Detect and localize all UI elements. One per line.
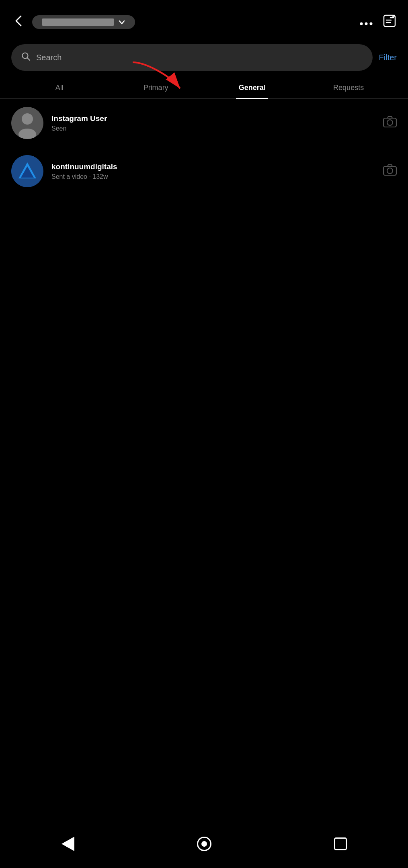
tab-primary[interactable]: Primary	[108, 77, 204, 98]
svg-point-1	[365, 22, 368, 25]
filter-button[interactable]: Filter	[379, 53, 397, 62]
conversation-info: Instagram User Seen	[51, 114, 375, 132]
header-right	[360, 14, 397, 31]
conversation-item[interactable]: Instagram User Seen	[0, 99, 408, 147]
nav-home-button[interactable]	[197, 837, 211, 851]
home-nav-icon	[197, 837, 211, 851]
svg-rect-3	[384, 15, 395, 27]
svg-point-14	[387, 120, 393, 125]
header-left	[11, 14, 135, 31]
svg-line-8	[27, 58, 30, 60]
tab-requests[interactable]: Requests	[300, 77, 397, 98]
back-button[interactable]	[11, 14, 26, 31]
conversation-preview: Sent a video · 132w	[51, 173, 375, 180]
bottom-navigation	[0, 824, 408, 868]
svg-point-19	[387, 168, 393, 174]
avatar	[11, 107, 43, 139]
username-selector[interactable]	[32, 15, 135, 29]
conversation-item[interactable]: kontinuumdigitals Sent a video · 132w	[0, 147, 408, 195]
svg-point-2	[370, 22, 373, 25]
username-blurred	[42, 18, 114, 26]
svg-point-0	[360, 22, 363, 25]
compose-button[interactable]	[382, 14, 397, 31]
header	[0, 0, 408, 40]
compose-icon	[382, 14, 397, 28]
avatar-image	[11, 155, 43, 187]
stop-nav-icon	[334, 837, 347, 850]
conversation-name: Instagram User	[51, 114, 375, 123]
camera-icon[interactable]	[383, 116, 397, 130]
search-placeholder: Search	[36, 53, 62, 62]
tabs-container: All Primary General Requests	[0, 77, 408, 99]
conversation-preview: Seen	[51, 125, 375, 132]
avatar	[11, 155, 43, 187]
nav-stop-button[interactable]	[334, 837, 347, 850]
conversation-list: Instagram User Seen kontinuumdigi	[0, 99, 408, 195]
back-nav-icon	[62, 837, 74, 851]
search-container: Search Filter	[0, 40, 408, 77]
nav-back-button[interactable]	[62, 837, 74, 851]
camera-icon[interactable]	[383, 164, 397, 178]
chevron-down-icon	[118, 18, 125, 26]
more-options-button[interactable]	[360, 16, 373, 29]
tab-general[interactable]: General	[204, 77, 301, 98]
tab-all[interactable]: All	[11, 77, 108, 98]
more-options-icon	[360, 22, 373, 26]
conversation-name: kontinuumdigitals	[51, 162, 375, 171]
search-bar[interactable]: Search	[11, 44, 373, 71]
svg-point-11	[22, 113, 33, 125]
search-icon	[21, 51, 31, 63]
conversation-info: kontinuumdigitals Sent a video · 132w	[51, 162, 375, 180]
